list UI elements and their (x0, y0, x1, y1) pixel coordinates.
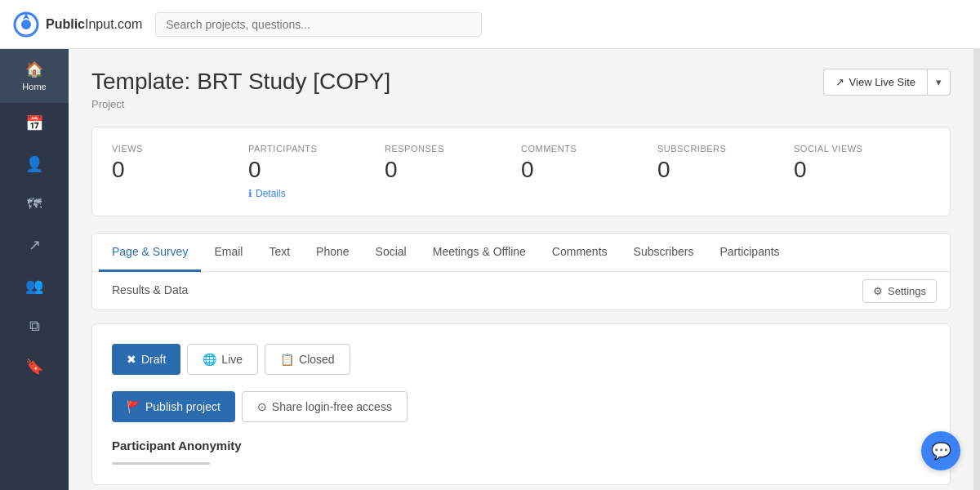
stat-views: VIEWS 0 (112, 144, 248, 199)
sidebar-item-calendar[interactable]: 📅 (0, 103, 69, 144)
logo-text: PublicInput.com (46, 17, 142, 32)
share-icon: ↗ (29, 236, 41, 254)
info-icon: ℹ (248, 188, 252, 199)
contact-icon: 👤 (25, 155, 43, 173)
stat-views-value: 0 (112, 157, 235, 183)
page-title: Template: BRT Study [COPY] (91, 69, 390, 95)
closed-icon: 📋 (280, 353, 294, 366)
settings-label: Settings (888, 285, 926, 297)
closed-button[interactable]: 📋 Closed (265, 344, 350, 375)
tab-participants[interactable]: Participants (706, 234, 792, 272)
chat-icon: 💬 (931, 441, 951, 461)
tab-social[interactable]: Social (363, 234, 420, 272)
tabs-container: Page & Survey Email Text Phone Social Me… (91, 233, 951, 310)
content-area: Template: BRT Study [COPY] Project ↗ Vie… (69, 49, 973, 490)
page-title-block: Template: BRT Study [COPY] Project (91, 69, 390, 110)
home-icon: 🏠 (25, 60, 43, 78)
draft-label: Draft (141, 353, 166, 366)
sidebar-home-label: Home (22, 82, 46, 91)
search-input[interactable] (155, 12, 482, 37)
stat-responses: RESPONSES 0 (385, 144, 521, 199)
page-subtitle: Project (91, 98, 390, 110)
sidebar-item-users[interactable]: 👥 (0, 265, 69, 306)
gear-icon: ⚙ (873, 285, 883, 297)
publish-icon: 🚩 (127, 400, 140, 413)
tab-subscribers[interactable]: Subscribers (621, 234, 707, 272)
tabs-row-2: Results & Data ⚙ Settings (92, 272, 950, 310)
publish-label: Publish project (145, 400, 220, 413)
page-header: Template: BRT Study [COPY] Project ↗ Vie… (91, 69, 951, 110)
tab-meetings-offline[interactable]: Meetings & Offline (420, 234, 539, 272)
view-live-caret-button[interactable]: ▾ (927, 69, 951, 96)
map-icon: 🗺 (27, 196, 42, 213)
sidebar-item-layers[interactable]: ⧉ (0, 306, 69, 346)
draft-icon: ✖ (127, 353, 136, 366)
section-underline (112, 462, 210, 465)
stat-social-views-label: SOCIAL VIEWS (794, 144, 917, 154)
sidebar-item-home[interactable]: 🏠 Home (0, 49, 69, 103)
stat-details-link[interactable]: ℹ Details (248, 188, 372, 199)
users-icon: 👥 (25, 277, 43, 295)
layers-icon: ⧉ (29, 318, 40, 335)
globe-icon: 🌐 (203, 353, 216, 366)
live-button[interactable]: 🌐 Live (187, 344, 258, 375)
stats-grid: VIEWS 0 PARTICIPANTS 0 ℹ Details RESPONS… (112, 144, 930, 199)
share-login-label: Share login-free access (272, 400, 392, 413)
sidebar-item-share[interactable]: ↗ (0, 225, 69, 265)
tab-results-data[interactable]: Results & Data (99, 272, 201, 310)
stat-comments-value: 0 (521, 157, 644, 183)
participant-anonymity-title: Participant Anonymity (112, 439, 930, 452)
logo: PublicInput.com (13, 11, 142, 38)
stat-social-views-value: 0 (794, 157, 917, 183)
sidebar-item-badge[interactable]: 🔖 (0, 346, 69, 387)
sidebar: 🏠 Home 📅 👤 🗺 ↗ 👥 ⧉ 🔖 (0, 49, 69, 490)
stat-responses-label: RESPONSES (385, 144, 508, 154)
publish-button[interactable]: 🚩 Publish project (112, 391, 235, 422)
share-login-free-button[interactable]: ⊙ Share login-free access (242, 391, 408, 422)
calendar-icon: 📅 (25, 114, 43, 132)
sidebar-item-map[interactable]: 🗺 (0, 185, 69, 225)
details-label: Details (256, 188, 286, 199)
draft-button[interactable]: ✖ Draft (112, 344, 180, 375)
stat-participants: PARTICIPANTS 0 ℹ Details (248, 144, 385, 199)
stat-subscribers-value: 0 (657, 157, 781, 183)
closed-label: Closed (299, 353, 335, 366)
main-panel: ✖ Draft 🌐 Live 📋 Closed 🚩 Publish projec… (91, 323, 951, 485)
stat-comments-label: COMMENTS (521, 144, 644, 154)
sidebar-item-contacts[interactable]: 👤 (0, 144, 69, 185)
stat-social-views: SOCIAL VIEWS 0 (794, 144, 930, 199)
settings-button[interactable]: ⚙ Settings (862, 279, 937, 303)
stat-participants-label: PARTICIPANTS (248, 144, 372, 154)
view-live-label: View Live Site (849, 76, 915, 88)
tab-page-survey[interactable]: Page & Survey (99, 234, 201, 272)
header-actions: ↗ View Live Site ▾ (823, 69, 951, 96)
tab-text[interactable]: Text (256, 234, 303, 272)
stat-subscribers: SUBSCRIBERS 0 (657, 144, 794, 199)
main-layout: 🏠 Home 📅 👤 🗺 ↗ 👥 ⧉ 🔖 Template: BRT (0, 49, 980, 490)
status-buttons: ✖ Draft 🌐 Live 📋 Closed (112, 344, 930, 375)
scrollbar[interactable] (973, 49, 980, 490)
live-label: Live (221, 353, 243, 366)
tab-comments[interactable]: Comments (539, 234, 621, 272)
stat-participants-value: 0 (248, 157, 372, 183)
view-live-button[interactable]: ↗ View Live Site (823, 69, 927, 96)
tab-phone[interactable]: Phone (303, 234, 362, 272)
action-buttons: 🚩 Publish project ⊙ Share login-free acc… (112, 391, 930, 422)
svg-point-1 (21, 20, 31, 29)
logo-icon (13, 11, 39, 38)
tab-email[interactable]: Email (201, 234, 256, 272)
topbar: PublicInput.com (0, 0, 980, 49)
stat-views-label: VIEWS (112, 144, 235, 154)
stat-comments: COMMENTS 0 (521, 144, 657, 199)
stats-card: VIEWS 0 PARTICIPANTS 0 ℹ Details RESPONS… (91, 127, 951, 216)
chat-bubble-button[interactable]: 💬 (921, 431, 960, 470)
caret-icon: ▾ (936, 76, 942, 88)
stat-responses-value: 0 (385, 157, 508, 183)
external-link-icon: ↗ (835, 76, 844, 88)
tabs-row-1: Page & Survey Email Text Phone Social Me… (92, 234, 950, 272)
badge-icon: 🔖 (25, 358, 43, 376)
stat-subscribers-label: SUBSCRIBERS (657, 144, 781, 154)
share-login-icon: ⊙ (257, 400, 267, 413)
